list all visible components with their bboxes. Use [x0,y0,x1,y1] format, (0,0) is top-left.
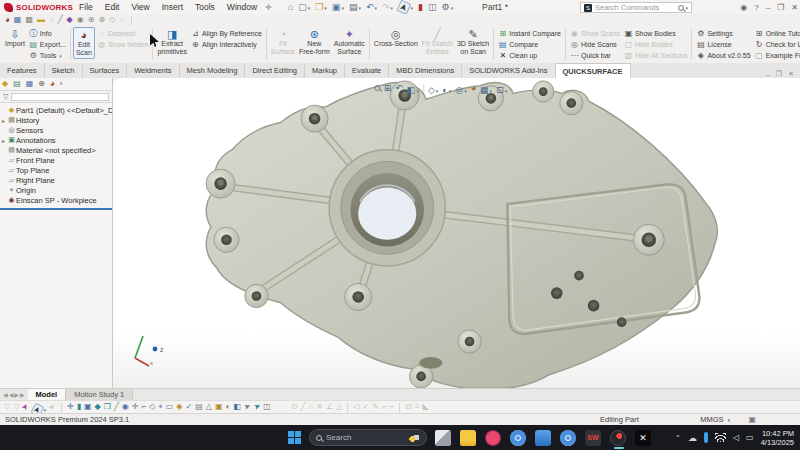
corner-icon[interactable]: ⌐ [141,403,146,411]
qs-grid-icon[interactable]: ▦ [14,16,22,24]
open-icon[interactable]: ❒ [315,3,323,12]
view-orientation-icon[interactable]: ◇ [428,86,435,95]
circle-icon[interactable]: ◉ [122,403,129,411]
dropdown-arrow-icon[interactable]: ▾ [374,5,377,11]
tab-mbd-dimensions[interactable]: MBD Dimensions [389,63,462,78]
arrow2-icon[interactable]: ➤ [252,402,261,412]
dimxpertmanager-tab-icon[interactable]: ⊕ [38,80,45,88]
signin-user-icon[interactable]: ◉ [740,3,747,12]
rect-icon[interactable]: ▭ [166,403,174,411]
help-icon[interactable]: ? [754,3,758,12]
online-tutorials-button[interactable]: ⊞Online Tutorials [755,28,800,39]
part-3d-model[interactable] [113,78,800,388]
sheet-icon[interactable]: ▤ [195,403,203,411]
featuremanager-tab-icon[interactable]: ◆ [2,80,8,88]
dropdown-arrow-icon[interactable]: ▾ [436,88,439,94]
photos-app-icon[interactable] [485,430,501,446]
new-freeform-button[interactable]: ⊛NewFree-form [297,27,332,57]
menu-tools[interactable]: Tools [189,2,221,12]
task-view-icon[interactable] [435,430,451,446]
tab-evaluate[interactable]: Evaluate [345,63,389,78]
select-arrow-icon[interactable]: ➤▾ [396,2,415,13]
pen-input-icon[interactable] [704,432,708,443]
align-by-reference-button[interactable]: ⊿Align By Reference [191,28,262,39]
tab-solidworks-add-ins[interactable]: SOLIDWORKS Add-Ins [462,63,555,78]
start-button[interactable] [288,431,301,444]
lasso-icon[interactable]: ➤ [47,402,57,412]
export-button[interactable]: ▤Export... [29,39,66,50]
qs-mesh-icon[interactable]: ▩ [25,16,33,24]
solidworks-app-icon[interactable] [610,430,626,446]
dropdown-arrow-icon[interactable]: ▾ [490,88,493,94]
check-icon[interactable]: ✓ [186,403,193,411]
qs-sphere-icon[interactable]: ◉ [77,16,84,24]
tab-features[interactable]: Features [0,63,45,78]
sketch-3d-on-scan-button[interactable]: ✎3D Sketchon Scan [455,27,491,57]
target-icon[interactable]: ⌖ [158,403,163,411]
hide-show-items-icon[interactable]: ◎ [455,86,463,95]
hide-scans-button[interactable]: ◎Hide Scans [570,39,620,50]
tab-weldments[interactable]: Weldments [127,63,179,78]
qs-scan-icon[interactable]: ◕ [5,16,10,24]
view-settings-icon[interactable]: ⊡ [496,86,504,95]
open-icon[interactable]: ❒▾ [313,2,329,12]
edit-appearance-icon[interactable]: ◕ [471,84,476,93]
zoom-fit-icon[interactable] [374,85,380,91]
taskbar-clock[interactable]: 10:42 PM 4/13/2025 [761,429,794,447]
status-units[interactable]: MMGS▾ [700,415,730,424]
bar-icon[interactable]: ▮ [77,403,81,411]
dropdown-arrow-icon[interactable]: ▾ [464,88,467,94]
home-icon[interactable]: ⌂ [286,3,295,12]
plus-icon[interactable]: ✛ [132,403,139,411]
tools-button[interactable]: ⚙Tools▾ [29,50,66,61]
minimize-button[interactable]: – [766,3,770,12]
tab-quicksurface[interactable]: QUICKSURFACE [556,63,631,78]
info-button[interactable]: ⓘInfo [29,28,66,39]
tree-item-material-not-specified-[interactable]: ▤Material <not specified> [0,145,112,155]
dropdown-arrow-icon[interactable]: ▾ [341,5,344,11]
tab-nav-arrows[interactable]: ◀◀▶▶ [0,389,28,400]
taskbar-search[interactable]: Search [309,429,427,446]
battery-icon[interactable]: ▭ [746,433,754,442]
zoom-area-icon[interactable]: ⊞ [384,84,392,93]
automatic-surface-button[interactable]: ✦AutomaticSurface [332,27,367,57]
gold-box-icon[interactable]: ▣ [215,403,223,411]
menu-view[interactable]: View [125,2,155,12]
displaymanager-tab-icon[interactable]: ◕ [50,80,55,88]
dropdown-arrow-icon[interactable]: ▾ [391,5,394,11]
menu-file[interactable]: File [73,2,99,12]
qs-primitive-icon[interactable]: ◆ [67,16,73,24]
select-arrow-icon[interactable]: ➤ [396,0,411,15]
qs-plane-icon[interactable]: ▬ [37,16,45,24]
tray-expand-icon[interactable]: ⌃ [675,434,681,442]
clean-up-button[interactable]: ✕Clean up [498,50,561,61]
tab-sketch[interactable]: Sketch [45,63,83,78]
dropdown-arrow-icon[interactable]: ▾ [308,5,311,11]
compare-button[interactable]: ▤Compare [498,39,561,50]
quick-bar-button[interactable]: ⋯Quick bar [570,50,620,61]
about-button[interactable]: ◈About v2.0.55 [696,50,750,61]
dropdown-arrow-icon[interactable]: ▾ [416,88,419,94]
print-icon[interactable]: ▤▾ [347,2,363,12]
x-app-icon[interactable]: ✕ [635,430,651,446]
tree-item-einscan-sp-workpiece[interactable]: ◉Einscan SP - Workpiece [0,195,112,205]
prim-icon[interactable]: ◆ [95,403,101,411]
check-for-update-button[interactable]: ↻Check for Update [755,39,800,50]
save-icon[interactable]: ▣ [332,3,341,12]
import-button[interactable]: ⇩Import [3,27,27,49]
onedrive-cloud-icon[interactable]: ☁ [688,433,697,443]
tree-item-origin[interactable]: ⌖Origin [0,185,112,195]
solidworks-rx-taskbar-icon[interactable]: SW [585,430,601,446]
solidworks-rx-icon[interactable]: ▮ [418,3,423,12]
orientation-triad[interactable]: z x [121,332,165,370]
doc-minimize-button[interactable]: – [766,71,770,78]
command-search[interactable]: S Search Commands ▾ [580,2,692,13]
dropdown-arrow-icon[interactable]: ▾ [411,5,414,11]
tree-item-top-plane[interactable]: ▱Top Plane [0,165,112,175]
doc-close-button[interactable]: ✕ [788,70,794,78]
home-icon[interactable]: ⌂ [288,3,293,12]
tree-item-front-plane[interactable]: ▱Front Plane [0,155,112,165]
search-icon[interactable]: ▾ [678,5,688,11]
tab-surfaces[interactable]: Surfaces [83,63,128,78]
display-style-icon[interactable]: ◐ [442,86,447,95]
